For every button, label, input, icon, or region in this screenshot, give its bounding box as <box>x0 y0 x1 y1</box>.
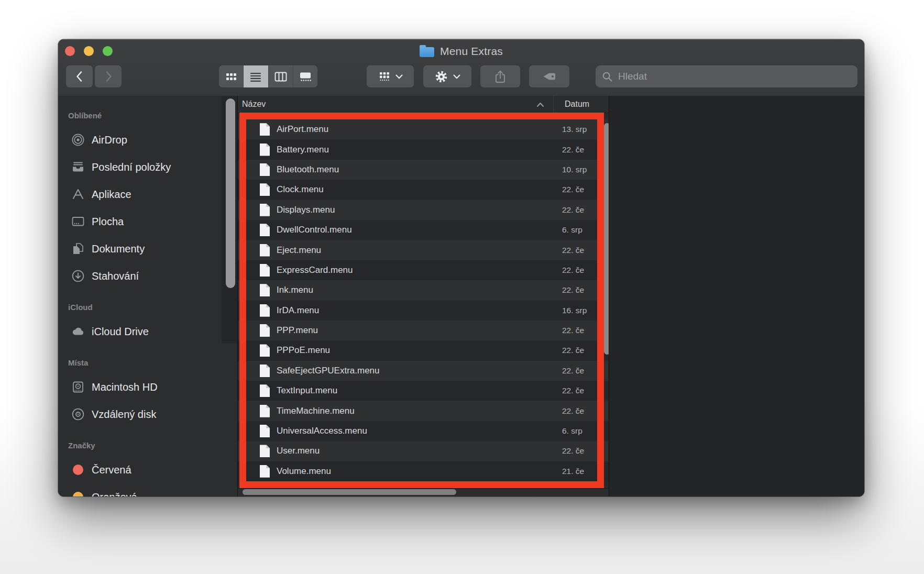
highlight-rectangle <box>239 113 604 488</box>
chevron-left-icon <box>74 70 85 83</box>
recents-icon <box>71 160 85 174</box>
sidebar-item[interactable]: Dokumenty <box>58 235 237 262</box>
sidebar-item[interactable]: Červená <box>58 456 237 483</box>
documents-icon <box>71 242 85 256</box>
search-field[interactable] <box>596 65 857 87</box>
sidebar-item-label: Plocha <box>92 216 124 228</box>
harddrive-icon <box>71 380 85 394</box>
sidebar-item[interactable]: Stahování <box>58 262 237 290</box>
gear-icon <box>434 70 448 84</box>
share-icon <box>494 70 506 84</box>
forward-button[interactable] <box>95 65 122 87</box>
titlebar: Menu Extras <box>58 44 864 59</box>
sidebar-section-label: Místa <box>58 351 237 373</box>
screenshot: Menu Extras <box>0 0 924 574</box>
finder-window: Menu Extras <box>58 39 864 496</box>
sidebar-item-label: Vzdálený disk <box>92 409 156 421</box>
sidebar-list: Oblíbené AirDrop Poslední položky Aplika… <box>58 96 237 496</box>
sidebar-item-label: Dokumenty <box>92 243 145 255</box>
window-chrome: Menu Extras <box>58 39 864 96</box>
sidebar-item[interactable]: AirDrop <box>58 126 237 153</box>
view-switcher <box>219 65 317 87</box>
sidebar-item-label: Oranžová <box>92 491 137 497</box>
tag-color-dot <box>73 492 83 496</box>
list-vertical-scrollbar-thumb[interactable] <box>604 123 609 355</box>
tag-color-dot <box>73 465 83 475</box>
action-button[interactable] <box>423 65 471 87</box>
sort-ascending-icon <box>536 102 544 107</box>
sidebar-item-label: AirDrop <box>92 134 127 146</box>
search-icon <box>602 71 613 82</box>
tag-icon <box>542 71 556 82</box>
window-title: Menu Extras <box>440 45 503 58</box>
sidebar-item[interactable]: Aplikace <box>58 181 237 208</box>
sidebar-item-label: iCloud Drive <box>92 326 149 338</box>
sidebar-item-label: Aplikace <box>92 189 131 201</box>
folder-icon <box>420 47 434 57</box>
chevron-down-icon <box>453 74 460 79</box>
list-header: Název Datum <box>238 96 609 113</box>
sidebar-item-label: Stahování <box>92 270 139 282</box>
sidebar-item[interactable]: iCloud Drive <box>58 318 237 345</box>
icloud-icon <box>71 325 85 338</box>
preview-pane <box>609 96 864 496</box>
downloads-icon <box>71 269 85 283</box>
sidebar-section-label: Oblíbené <box>58 104 237 126</box>
airdrop-icon <box>71 133 85 147</box>
back-button[interactable] <box>66 65 93 87</box>
list-view-icon <box>250 72 261 82</box>
sidebar-item-label: Červená <box>92 464 131 476</box>
sidebar-item[interactable]: Poslední položky <box>58 153 237 181</box>
group-by-icon <box>378 71 391 82</box>
column-header-name[interactable]: Název <box>242 96 266 113</box>
sidebar-item-label: Macintosh HD <box>92 381 158 393</box>
gallery-view-button[interactable] <box>293 65 317 87</box>
column-view-icon <box>274 72 287 82</box>
applications-icon <box>71 187 85 201</box>
column-header-date[interactable]: Datum <box>565 96 589 113</box>
sidebar-item[interactable]: Oranžová <box>58 483 237 496</box>
column-view-button[interactable] <box>268 65 293 87</box>
group-button[interactable] <box>367 65 414 87</box>
icon-view-button[interactable] <box>219 65 243 87</box>
sidebar: Oblíbené AirDrop Poslední položky Aplika… <box>58 96 238 496</box>
tag-button[interactable] <box>529 65 569 87</box>
sidebar-section-label: Značky <box>58 434 237 456</box>
sidebar-section-label: iCloud <box>58 296 237 318</box>
sidebar-item[interactable]: Plocha <box>58 208 237 235</box>
list-view-button[interactable] <box>243 65 268 87</box>
column-divider[interactable] <box>553 96 554 113</box>
share-button[interactable] <box>480 65 520 87</box>
search-input[interactable] <box>617 70 851 83</box>
grid-view-icon <box>225 72 237 82</box>
sidebar-item[interactable]: Macintosh HD <box>58 373 237 401</box>
sidebar-item[interactable]: Vzdálený disk <box>58 401 237 428</box>
chevron-right-icon <box>103 70 114 83</box>
sidebar-item-label: Poslední položky <box>92 161 171 173</box>
desktop-icon <box>71 215 85 228</box>
list-horizontal-scrollbar-thumb[interactable] <box>243 489 456 495</box>
disc-icon <box>71 407 85 421</box>
sidebar-scrollbar-thumb[interactable] <box>226 98 235 288</box>
chevron-down-icon <box>395 74 403 79</box>
gallery-view-icon <box>299 72 312 82</box>
